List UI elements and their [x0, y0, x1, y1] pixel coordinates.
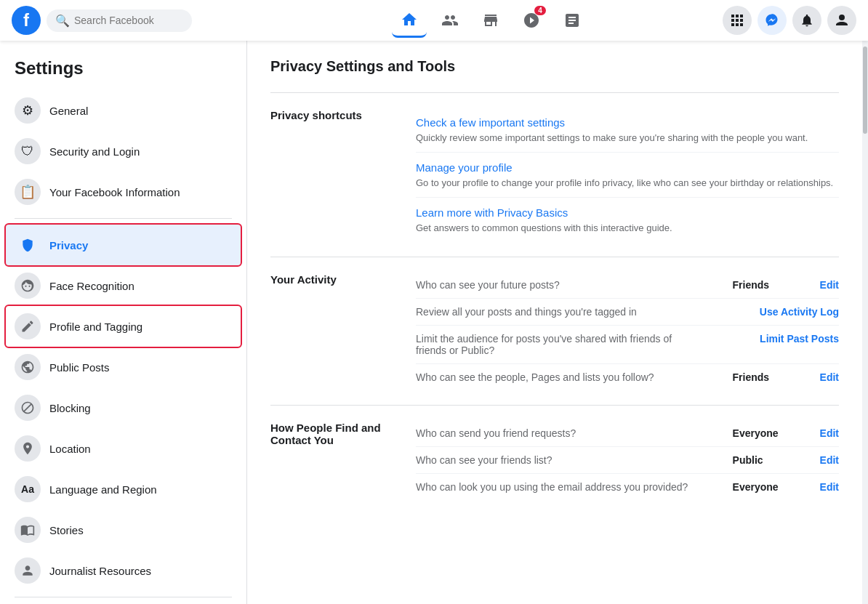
- activity-value-3: Friends: [733, 371, 820, 383]
- activity-desc-2: Limit the audience for posts you've shar…: [416, 333, 672, 356]
- sidebar-label-public-posts: Public Posts: [49, 361, 110, 374]
- sidebar-label-profile-tagging: Profile and Tagging: [49, 321, 142, 333]
- bottom-spacer: [270, 515, 839, 529]
- privacy-shortcuts-section: Privacy shortcuts Check a few important …: [270, 93, 839, 257]
- sidebar-item-language[interactable]: Aa Language and Region: [6, 469, 241, 510]
- find-action-2: Edit: [820, 481, 839, 493]
- activity-desc-0: Who can see your future posts?: [416, 279, 733, 291]
- activity-edit-link-0[interactable]: Edit: [820, 279, 839, 291]
- your-activity-section: Your Activity Who can see your future po…: [270, 257, 839, 405]
- scrollbar-thumb[interactable]: [863, 47, 867, 134]
- public-posts-icon: [15, 354, 41, 380]
- activity-action-0: Edit: [820, 279, 839, 291]
- sidebar-item-journalist[interactable]: Journalist Resources: [6, 550, 241, 591]
- shortcut-link-2[interactable]: Learn more with Privacy Basics: [416, 206, 839, 219]
- activity-desc-text-2: Limit the audience for posts you've shar…: [416, 333, 672, 356]
- nav-left: f 🔍: [12, 6, 259, 35]
- find-action-0: Edit: [820, 427, 839, 439]
- sidebar-item-general[interactable]: ⚙ General: [6, 90, 241, 131]
- find-value-2: Everyone: [733, 481, 820, 493]
- location-icon: [15, 435, 41, 462]
- activity-desc-text-3: Who can see the people, Pages and lists …: [416, 371, 654, 383]
- sidebar-item-stories[interactable]: Stories: [6, 510, 241, 550]
- find-value-0: Everyone: [733, 427, 820, 439]
- facebook-info-icon: 📋: [15, 179, 41, 205]
- journalist-icon: [15, 557, 41, 584]
- sidebar-label-journalist: Journalist Resources: [49, 565, 151, 577]
- marketplace-nav-button[interactable]: [473, 3, 508, 38]
- shortcut-desc-1: Go to your profile to change your profil…: [416, 177, 833, 188]
- sidebar-label-blocking: Blocking: [49, 402, 91, 414]
- activity-desc-text-0: Who can see your future posts?: [416, 279, 560, 291]
- sidebar-item-facebook-info[interactable]: 📋 Your Facebook Information: [6, 172, 241, 212]
- find-desc-text-1: Who can see your friends list?: [416, 454, 552, 466]
- your-activity-content: Who can see your future posts? Friends E…: [416, 272, 839, 390]
- sidebar-item-face-recognition[interactable]: Face Recognition: [6, 265, 241, 306]
- scrollbar-track[interactable]: [862, 41, 868, 604]
- find-desc-text-0: Who can send you friend requests?: [416, 427, 576, 439]
- activity-action-3: Edit: [820, 371, 839, 383]
- sidebar-divider-1: [15, 218, 232, 219]
- activity-row-2: Limit the audience for posts you've shar…: [416, 326, 839, 364]
- sidebar-item-privacy[interactable]: Privacy: [6, 225, 241, 265]
- find-row-0: Who can send you friend requests? Everyo…: [416, 420, 839, 447]
- sidebar-item-security[interactable]: 🛡 Security and Login: [6, 131, 241, 172]
- find-row-2: Who can look you up using the email addr…: [416, 474, 839, 500]
- notifications-nav-button[interactable]: [792, 6, 821, 35]
- sidebar-label-facebook-info: Your Facebook Information: [49, 186, 180, 198]
- find-desc-text-2: Who can look you up using the email addr…: [416, 481, 688, 493]
- find-desc-2: Who can look you up using the email addr…: [416, 481, 733, 493]
- sidebar-label-language: Language and Region: [49, 483, 157, 496]
- page-title: Privacy Settings and Tools: [270, 58, 839, 75]
- sidebar-item-location[interactable]: Location: [6, 428, 241, 469]
- sidebar-item-profile-tagging[interactable]: Profile and Tagging: [6, 306, 241, 347]
- blocking-icon: [15, 395, 41, 421]
- shortcut-desc-0: Quickly review some important settings t…: [416, 132, 808, 143]
- profile-tagging-icon: [15, 313, 41, 339]
- find-edit-link-1[interactable]: Edit: [820, 454, 839, 466]
- find-edit-link-0[interactable]: Edit: [820, 427, 839, 439]
- activity-edit-link-3[interactable]: Edit: [820, 371, 839, 383]
- use-activity-log-link[interactable]: Use Activity Log: [760, 306, 839, 318]
- sidebar-label-face-recognition: Face Recognition: [49, 280, 134, 292]
- shortcut-item-1: Manage your profile Go to your profile t…: [416, 153, 839, 198]
- friends-nav-button[interactable]: [433, 3, 467, 38]
- sidebar-label-stories: Stories: [49, 524, 84, 536]
- home-nav-button[interactable]: [392, 3, 427, 38]
- account-nav-button[interactable]: [827, 6, 856, 35]
- face-recognition-icon: [15, 273, 41, 299]
- how-people-find-section: How People Find and Contact You Who can …: [270, 406, 839, 515]
- groups-nav-button[interactable]: 4: [514, 3, 549, 38]
- how-people-find-content: Who can send you friend requests? Everyo…: [416, 420, 839, 500]
- find-desc-1: Who can see your friends list?: [416, 454, 733, 466]
- sidebar-item-public-posts[interactable]: Public Posts: [6, 347, 241, 387]
- sidebar-item-blocking[interactable]: Blocking: [6, 387, 241, 428]
- how-people-find-label: How People Find and Contact You: [270, 420, 416, 500]
- facebook-logo[interactable]: f: [12, 6, 41, 35]
- main-content: Privacy Settings and Tools Privacy short…: [247, 41, 862, 604]
- shortcut-link-0[interactable]: Check a few important settings: [416, 116, 839, 129]
- security-icon: 🛡: [15, 138, 41, 164]
- limit-past-posts-link[interactable]: Limit Past Posts: [760, 333, 839, 345]
- privacy-shortcuts-label: Privacy shortcuts: [270, 108, 416, 242]
- top-navigation: f 🔍 4: [0, 0, 868, 41]
- language-icon: Aa: [15, 476, 41, 502]
- watch-nav-button[interactable]: [555, 3, 590, 38]
- privacy-shortcuts-content: Check a few important settings Quickly r…: [416, 108, 839, 242]
- sidebar-label-privacy: Privacy: [49, 239, 88, 251]
- sidebar-title: Settings: [6, 52, 241, 90]
- sidebar-label-security: Security and Login: [49, 145, 140, 158]
- find-desc-0: Who can send you friend requests?: [416, 427, 733, 439]
- find-value-1: Public: [733, 454, 820, 466]
- sidebar: Settings ⚙ General 🛡 Security and Login …: [0, 41, 247, 604]
- shortcut-link-1[interactable]: Manage your profile: [416, 161, 839, 174]
- messenger-nav-button[interactable]: [758, 6, 787, 35]
- search-input[interactable]: [74, 15, 183, 26]
- your-activity-label: Your Activity: [270, 272, 416, 390]
- shortcut-item-0: Check a few important settings Quickly r…: [416, 108, 839, 153]
- activity-row-0: Who can see your future posts? Friends E…: [416, 272, 839, 299]
- grid-nav-button[interactable]: [723, 6, 752, 35]
- find-edit-link-2[interactable]: Edit: [820, 481, 839, 493]
- activity-desc-1: Review all your posts and things you're …: [416, 306, 672, 318]
- search-box[interactable]: 🔍: [47, 9, 192, 32]
